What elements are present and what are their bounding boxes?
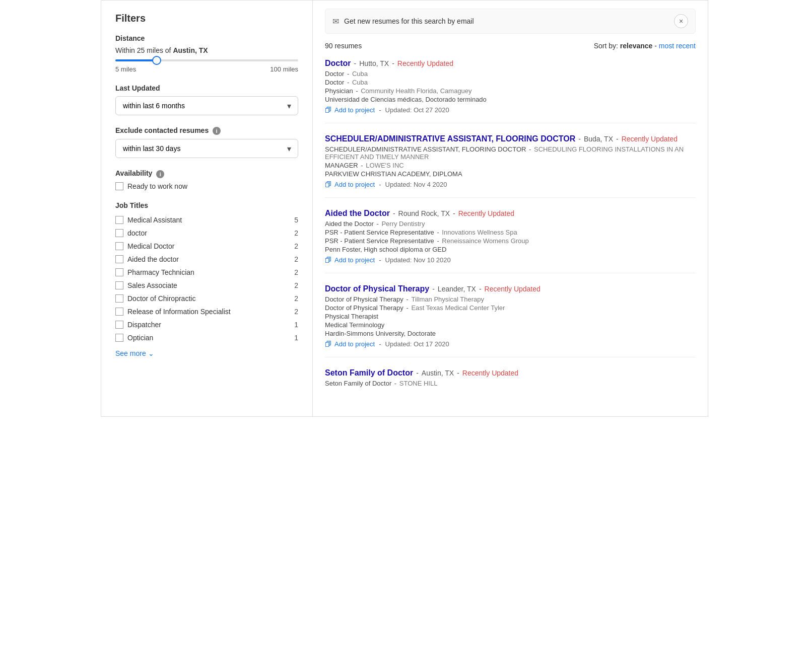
result-line: SCHEDULER/ADMINISTRATIVE ASSISTANT, FLOO…: [325, 145, 696, 161]
add-project-icon: 🗍: [325, 181, 331, 188]
result-line: Doctor of Physical Therapy - East Texas …: [325, 304, 696, 312]
result-line-text: PSR - Patient Service Representative: [325, 237, 434, 245]
add-project-line: 🗍 Add to project - Updated: Oct 27 2020: [325, 106, 696, 114]
job-title-name: Medical Assistant: [127, 216, 182, 224]
job-title-count: 2: [294, 281, 298, 289]
result-line: PARKVIEW CHRISTIAN ACADEMY, DIPLOMA: [325, 170, 696, 178]
job-title-checkbox[interactable]: [115, 268, 123, 276]
result-title-link[interactable]: Aided the Doctor: [325, 209, 390, 218]
exclude-contacted-select[interactable]: within last 30 days within last 6 months…: [115, 139, 298, 158]
last-updated-select[interactable]: within last 30 days within last 6 months…: [115, 96, 298, 115]
main-content: ✉ Get new resumes for this search by ema…: [313, 1, 708, 416]
result-line: Medical Terminology: [325, 321, 696, 329]
result-line-text: Universidad de Ciencias médicas, Doctora…: [325, 96, 487, 103]
job-title-checkbox[interactable]: [115, 255, 123, 263]
recently-updated-badge: Recently Updated: [462, 369, 518, 377]
add-to-project-link[interactable]: Add to project: [334, 106, 375, 114]
result-title-link[interactable]: Seton Family of Doctor: [325, 368, 413, 378]
result-updated: Updated: Oct 17 2020: [385, 340, 449, 348]
ready-to-work-checkbox[interactable]: [115, 182, 123, 190]
result-title-link[interactable]: Doctor of Physical Therapy: [325, 284, 429, 293]
availability-info-icon[interactable]: i: [156, 170, 164, 178]
last-updated-label: Last Updated: [115, 84, 298, 92]
result-line: MANAGER - LOWE'S INC: [325, 162, 696, 169]
job-title-checkbox[interactable]: [115, 334, 123, 342]
exclude-contacted-info-icon[interactable]: i: [213, 127, 221, 135]
result-line: PSR - Patient Service Representative - R…: [325, 237, 696, 245]
add-to-project-link[interactable]: Add to project: [334, 256, 375, 264]
result-company: Community Health Florida, Camaguey: [361, 87, 471, 95]
job-title-checkbox[interactable]: [115, 242, 123, 250]
job-title-item: Doctor of Chiropractic 2: [115, 292, 298, 305]
result-company: Tillman Physical Therapy: [411, 295, 484, 303]
job-title-checkbox[interactable]: [115, 281, 123, 289]
add-to-project-link[interactable]: Add to project: [334, 181, 375, 188]
job-title-name: Release of Information Specialist: [127, 308, 231, 316]
exclude-contacted-filter: Exclude contacted resumes i within last …: [115, 126, 298, 158]
result-line-text: Hardin-Simmons University, Doctorate: [325, 330, 436, 337]
job-title-item: Pharmacy Technician 2: [115, 266, 298, 279]
slider-labels: 5 miles 100 miles: [115, 65, 298, 73]
envelope-icon: ✉: [332, 17, 339, 26]
results-bar: 90 resumes Sort by: relevance - most rec…: [325, 42, 696, 50]
result-line: Physical Therapist: [325, 313, 696, 320]
job-title-count: 2: [294, 268, 298, 276]
job-title-name: Dispatcher: [127, 321, 161, 329]
job-title-item: Medical Assistant 5: [115, 213, 298, 227]
job-title-checkbox[interactable]: [115, 216, 123, 224]
result-title-line: Doctor of Physical Therapy - Leander, TX…: [325, 284, 696, 293]
job-title-name: Aided the doctor: [127, 255, 179, 263]
result-location: Round Rock, TX: [398, 209, 450, 217]
job-title-checkbox[interactable]: [115, 321, 123, 329]
result-line: Universidad de Ciencias médicas, Doctora…: [325, 96, 696, 103]
result-company: Reneissaince Womens Group: [442, 237, 528, 245]
result-line-text: Doctor: [325, 70, 344, 78]
job-title-item: Sales Associate 2: [115, 279, 298, 292]
add-project-line: 🗍 Add to project - Updated: Nov 10 2020: [325, 256, 696, 264]
result-line-text: Seton Family of Doctor: [325, 380, 391, 387]
job-title-checkbox[interactable]: [115, 294, 123, 303]
add-project-icon: 🗍: [325, 106, 331, 114]
close-email-bar-button[interactable]: ×: [674, 14, 688, 28]
result-title-line: Doctor - Hutto, TX - Recently Updated: [325, 59, 696, 68]
result-line-text: Doctor of Physical Therapy: [325, 295, 403, 303]
sort-bar: Sort by: relevance - most recent: [594, 42, 696, 50]
add-to-project-link[interactable]: Add to project: [334, 340, 375, 348]
result-title-link[interactable]: Doctor: [325, 59, 351, 68]
availability-label: Availability i: [115, 169, 298, 178]
job-titles-section: Job Titles Medical Assistant 5 doctor 2 …: [115, 201, 298, 357]
job-title-item: Optician 1: [115, 331, 298, 344]
result-title-link[interactable]: SCHEDULER/ADMINISTRATIVE ASSISTANT, FLOO…: [325, 134, 575, 143]
slider-thumb[interactable]: [152, 56, 161, 65]
slider-fill: [115, 59, 156, 61]
slider-track: [115, 59, 298, 61]
sort-most-recent-link[interactable]: most recent: [659, 42, 696, 50]
result-item: SCHEDULER/ADMINISTRATIVE ASSISTANT, FLOO…: [325, 134, 696, 198]
results-count: 90 resumes: [325, 42, 362, 50]
results-list: Doctor - Hutto, TX - Recently Updated Do…: [325, 59, 696, 397]
distance-label: Distance: [115, 34, 298, 42]
result-item: Doctor of Physical Therapy - Leander, TX…: [325, 284, 696, 357]
result-line: PSR - Patient Service Representative - I…: [325, 229, 696, 236]
job-title-checkbox[interactable]: [115, 229, 123, 237]
see-more-button[interactable]: See more ⌄: [115, 349, 298, 357]
result-item: Seton Family of Doctor - Austin, TX - Re…: [325, 368, 696, 397]
job-title-name: Pharmacy Technician: [127, 268, 194, 276]
result-line-text: PSR - Patient Service Representative: [325, 229, 434, 236]
recently-updated-badge: Recently Updated: [622, 135, 678, 143]
job-title-item: Aided the doctor 2: [115, 253, 298, 266]
result-location: Buda, TX: [584, 135, 613, 143]
distance-description: Within 25 miles of Austin, TX: [115, 46, 298, 54]
result-line-text: Doctor of Physical Therapy: [325, 304, 403, 312]
availability-filter: Availability i Ready to work now: [115, 169, 298, 190]
job-title-checkbox[interactable]: [115, 308, 123, 316]
last-updated-filter: Last Updated within last 30 days within …: [115, 84, 298, 115]
result-line-text: Penn Foster, High school diploma or GED: [325, 246, 446, 253]
slider-min-label: 5 miles: [115, 65, 136, 73]
email-bar-text: Get new resumes for this search by email: [344, 17, 669, 25]
slider-max-label: 100 miles: [270, 65, 298, 73]
add-project-line: 🗍 Add to project - Updated: Oct 17 2020: [325, 340, 696, 348]
sort-current: relevance: [620, 42, 653, 50]
result-line: Aided the Doctor - Perry Dentistry: [325, 220, 696, 228]
result-line-text: Physician: [325, 87, 353, 95]
